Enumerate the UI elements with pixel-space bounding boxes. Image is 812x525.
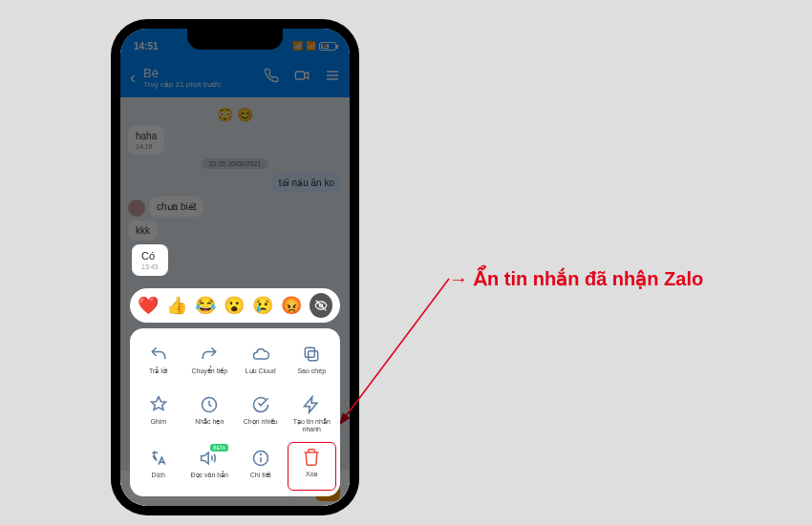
translate-icon — [148, 448, 169, 469]
action-details[interactable]: Chi tiết — [236, 442, 286, 491]
reply-icon — [148, 344, 169, 365]
selected-message: Có 13:43 — [132, 244, 168, 276]
reaction-dismiss-icon[interactable] — [310, 293, 332, 318]
reaction-cry[interactable]: 😢 — [252, 295, 273, 316]
message-bubble: Có 13:43 — [132, 244, 168, 276]
phone-screen: 14:51 📶 📶 61 ‹ Bé Truy cập 21 phút trước — [120, 29, 350, 506]
forward-icon — [199, 344, 220, 365]
reaction-wow[interactable]: 😮 — [224, 295, 245, 316]
reaction-laugh[interactable]: 😂 — [195, 295, 216, 316]
action-forward[interactable]: Chuyển tiếp — [185, 338, 235, 387]
message-action-sheet: Trả lời Chuyển tiếp Lưu Cloud Sao chép G… — [130, 328, 340, 496]
action-reply[interactable]: Trả lời — [134, 338, 183, 387]
annotation-label: → Ẩn tin nhắn đã nhận Zalo — [449, 267, 703, 290]
multiselect-icon — [250, 394, 271, 415]
action-tts[interactable]: BETA Đọc văn bản — [185, 442, 235, 491]
info-icon — [250, 448, 271, 469]
beta-badge: BETA — [210, 444, 228, 452]
action-cloud[interactable]: Lưu Cloud — [236, 338, 286, 387]
action-multiselect[interactable]: Chọn nhiều — [236, 388, 286, 440]
bolt-icon — [301, 394, 322, 415]
reaction-picker: ❤️ 👍 😂 😮 😢 😡 — [130, 288, 340, 323]
action-delete[interactable]: Xóa — [288, 442, 337, 491]
svg-rect-8 — [309, 351, 318, 361]
svg-line-15 — [340, 279, 449, 424]
svg-point-13 — [260, 454, 261, 455]
notch — [187, 29, 283, 50]
reaction-heart[interactable]: ❤️ — [138, 295, 159, 316]
reaction-angry[interactable]: 😡 — [281, 295, 302, 316]
cloud-icon — [250, 344, 271, 365]
action-copy[interactable]: Sao chép — [288, 338, 337, 387]
reaction-thumb[interactable]: 👍 — [166, 295, 187, 316]
annotation-arrow — [336, 275, 489, 430]
action-translate[interactable]: Dịch — [134, 442, 183, 491]
action-pin[interactable]: Ghim — [134, 388, 183, 440]
pin-icon — [148, 394, 169, 415]
action-quickmsg[interactable]: Tạo tin nhắn nhanh — [288, 388, 337, 440]
clock-icon — [199, 394, 220, 415]
phone-frame: 14:51 📶 📶 61 ‹ Bé Truy cập 21 phút trước — [111, 19, 359, 515]
copy-icon — [301, 344, 322, 365]
trash-icon — [301, 447, 322, 468]
action-remind[interactable]: Nhắc hẹn — [185, 388, 235, 440]
svg-rect-9 — [306, 347, 315, 357]
